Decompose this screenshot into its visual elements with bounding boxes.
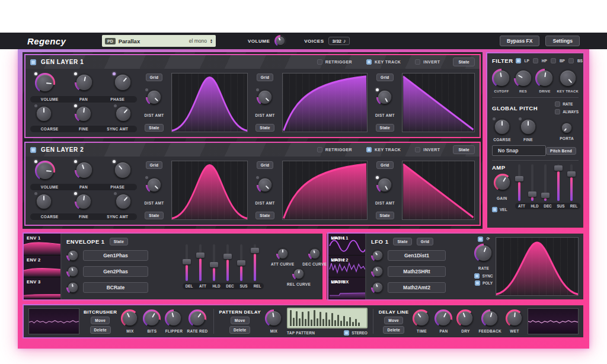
filter-key-track-knob[interactable] bbox=[558, 69, 577, 88]
pattern-delay-move-button[interactable]: Move bbox=[231, 317, 250, 324]
amp-sus-slider[interactable] bbox=[554, 164, 563, 201]
pan-knob[interactable] bbox=[75, 161, 94, 180]
pattern-delay-mix-knob[interactable] bbox=[265, 309, 283, 327]
grid-button[interactable]: Grid bbox=[257, 161, 274, 169]
key-track-checkbox[interactable] bbox=[366, 59, 372, 65]
amp-rel-slider[interactable] bbox=[567, 164, 576, 201]
layer-enable-checkbox[interactable] bbox=[30, 147, 36, 153]
grid-button[interactable]: Grid bbox=[376, 74, 394, 81]
lfo-waveform-display[interactable] bbox=[496, 237, 579, 296]
bitcrusher-delete-button[interactable]: Delete bbox=[90, 326, 111, 334]
env-route-3-target[interactable]: BCRate bbox=[83, 282, 148, 293]
state-button[interactable]: State bbox=[145, 124, 163, 132]
delay-dry-knob[interactable] bbox=[456, 309, 474, 327]
wavetable-display-bell[interactable] bbox=[171, 73, 248, 132]
wavetable-display-ramp[interactable] bbox=[402, 73, 475, 132]
delay-pan-knob[interactable] bbox=[435, 309, 452, 327]
pitch-fine-knob[interactable] bbox=[519, 118, 537, 136]
lfo-sync-checkbox[interactable] bbox=[474, 273, 480, 279]
wavetable-display-rise[interactable] bbox=[282, 73, 368, 132]
lfo-rate-knob[interactable] bbox=[474, 244, 493, 263]
stereo-checkbox[interactable] bbox=[344, 330, 349, 336]
tab-env-2[interactable]: ENV 2 bbox=[24, 256, 60, 277]
retrigger-checkbox[interactable] bbox=[317, 59, 322, 65]
env-route-2-target[interactable]: Gen2Phas bbox=[83, 266, 148, 277]
rel-curve-knob[interactable] bbox=[292, 267, 305, 280]
settings-button[interactable]: Settings bbox=[545, 36, 580, 46]
env-rel-slider[interactable] bbox=[251, 244, 259, 281]
coarse-knob[interactable] bbox=[35, 105, 53, 123]
lfo-route-2-target[interactable]: Math2SHRt bbox=[388, 266, 446, 277]
lp-checkbox[interactable] bbox=[516, 58, 521, 63]
tab-env-3[interactable]: ENV 3 bbox=[24, 277, 60, 299]
lfo-route-3-knob[interactable] bbox=[371, 281, 384, 294]
delay-feedback-knob[interactable] bbox=[481, 309, 499, 327]
env-route-1-knob[interactable] bbox=[66, 249, 79, 262]
delay-wet-knob[interactable] bbox=[506, 309, 523, 327]
layer-enable-checkbox[interactable] bbox=[30, 59, 36, 65]
env-dec-slider[interactable] bbox=[223, 244, 232, 281]
tap-pattern-display[interactable] bbox=[287, 308, 368, 328]
layer-state-button[interactable]: State bbox=[453, 145, 475, 154]
tab-env-1[interactable]: ENV 1 bbox=[24, 234, 60, 256]
always-checkbox[interactable] bbox=[555, 109, 560, 114]
bitcrusher-move-button[interactable]: Move bbox=[91, 317, 110, 324]
bp-checkbox[interactable] bbox=[551, 58, 556, 63]
amp-dec-slider[interactable] bbox=[541, 164, 550, 201]
lfo-route-2-knob[interactable] bbox=[371, 265, 384, 278]
delay-line-delete-button[interactable]: Delete bbox=[383, 326, 404, 334]
preset-spinner-icon[interactable]: ▲▼ bbox=[210, 39, 213, 43]
state-button[interactable]: State bbox=[376, 124, 394, 132]
bitcrusher-rate-red-knob[interactable] bbox=[189, 309, 206, 327]
grid-button[interactable]: Grid bbox=[146, 74, 163, 81]
env-sus-slider[interactable] bbox=[237, 244, 245, 281]
lfo-route-1-target[interactable]: Gen1Dist1 bbox=[388, 250, 446, 261]
dist-amt-knob[interactable] bbox=[257, 177, 273, 193]
env-route-3-knob[interactable] bbox=[66, 281, 79, 294]
sync-amt-knob[interactable] bbox=[114, 193, 132, 210]
lfo-loop-checkbox[interactable] bbox=[478, 237, 483, 242]
dist-amt-knob[interactable] bbox=[376, 89, 393, 106]
envelope-state-button[interactable]: State bbox=[110, 238, 128, 245]
state-button[interactable]: State bbox=[255, 124, 274, 132]
dist-amt-knob[interactable] bbox=[257, 89, 273, 106]
wavetable-display-rise[interactable] bbox=[282, 161, 368, 220]
state-button[interactable]: State bbox=[376, 212, 394, 219]
bitcrusher-bits-knob[interactable] bbox=[143, 309, 161, 327]
bitcrusher-flipper-knob[interactable] bbox=[165, 309, 183, 327]
cutoff-knob[interactable] bbox=[492, 69, 511, 88]
retrigger-checkbox[interactable] bbox=[317, 147, 322, 152]
vel-checkbox[interactable] bbox=[492, 207, 497, 212]
grid-button[interactable]: Grid bbox=[376, 161, 394, 169]
att-curve-knob[interactable] bbox=[276, 247, 289, 260]
env-hld-slider[interactable] bbox=[210, 244, 218, 281]
lfo-state-button[interactable]: State bbox=[393, 238, 411, 245]
lfo-route-1-knob[interactable] bbox=[371, 249, 384, 262]
phase-knob[interactable] bbox=[113, 73, 132, 92]
hp-checkbox[interactable] bbox=[533, 58, 538, 63]
dist-amt-knob[interactable] bbox=[146, 177, 162, 193]
env-route-2-knob[interactable] bbox=[66, 265, 79, 278]
gain-knob[interactable] bbox=[494, 174, 512, 191]
layer-state-button[interactable]: State bbox=[453, 58, 475, 66]
coarse-knob[interactable] bbox=[35, 193, 53, 210]
lfo-route-3-target[interactable]: Math2Amt2 bbox=[388, 282, 446, 293]
phase-knob[interactable] bbox=[113, 161, 132, 180]
bitcrusher-mix-knob[interactable] bbox=[121, 309, 139, 327]
volume-knob[interactable] bbox=[35, 73, 55, 93]
pitch-coarse-knob[interactable] bbox=[493, 118, 511, 136]
bs-checkbox[interactable] bbox=[568, 58, 574, 63]
bypass-fx-button[interactable]: Bypass FX bbox=[500, 36, 539, 46]
pan-knob[interactable] bbox=[75, 73, 94, 92]
lfo-grid-button[interactable]: Grid bbox=[417, 238, 434, 245]
dist-amt-knob[interactable] bbox=[146, 89, 162, 106]
env-att-slider[interactable] bbox=[196, 244, 205, 281]
voices-value-box[interactable]: 3/32 ♪ bbox=[328, 37, 349, 45]
fine-knob[interactable] bbox=[75, 193, 92, 210]
amp-hld-slider[interactable] bbox=[528, 164, 536, 201]
fine-knob[interactable] bbox=[75, 105, 92, 123]
invert-checkbox[interactable] bbox=[415, 59, 420, 65]
wavetable-display-bell[interactable] bbox=[171, 161, 248, 220]
rate-checkbox[interactable] bbox=[555, 101, 560, 107]
dec-curve-knob[interactable] bbox=[308, 247, 321, 260]
